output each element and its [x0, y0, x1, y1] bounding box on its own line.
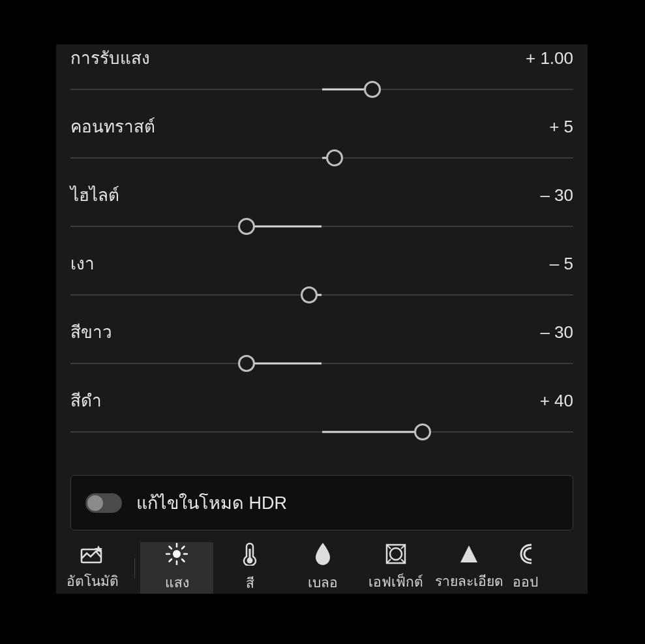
- slider-blacks-label: สีดำ: [70, 387, 102, 414]
- tab-detail-label: รายละเอียด: [435, 570, 503, 592]
- tab-detail[interactable]: รายละเอียด: [432, 542, 505, 594]
- slider-whites: สีขาว – 30: [70, 318, 573, 373]
- svg-line-6: [170, 547, 172, 549]
- slider-shadows: เงา – 5: [70, 250, 573, 304]
- lens-icon: [518, 544, 532, 564]
- tab-auto-label: อัตโนมัติ: [67, 570, 119, 592]
- slider-highlights-track[interactable]: [70, 217, 573, 236]
- slider-highlights-label: ไฮไลต์: [70, 181, 119, 208]
- svg-line-8: [170, 559, 172, 562]
- slider-shadows-label: เงา: [70, 250, 95, 277]
- slider-whites-value: – 30: [540, 322, 573, 343]
- tab-light-label: แสง: [165, 572, 189, 593]
- tab-optics-label: ออป: [513, 571, 538, 592]
- sliders-area: การรับแสง + 1.00 คอนทราสต์ + 5 ไฮไลต: [56, 44, 588, 455]
- slider-whites-track[interactable]: [70, 354, 573, 373]
- hdr-toggle[interactable]: [85, 493, 122, 513]
- tab-color[interactable]: สี: [213, 542, 286, 594]
- slider-exposure-label: การรับแสง: [70, 44, 150, 71]
- sun-icon: [166, 543, 188, 565]
- slider-highlights-thumb[interactable]: [238, 218, 255, 235]
- auto-icon: [80, 544, 105, 564]
- svg-point-1: [173, 550, 181, 558]
- slider-exposure: การรับแสง + 1.00: [70, 44, 573, 99]
- svg-line-9: [182, 547, 185, 549]
- tab-light[interactable]: แสง: [140, 542, 213, 594]
- slider-shadows-thumb[interactable]: [301, 286, 318, 303]
- slider-shadows-track[interactable]: [70, 286, 573, 304]
- slider-exposure-value: + 1.00: [526, 48, 573, 69]
- slider-blacks: สีดำ + 40: [70, 387, 573, 441]
- hdr-label: แก้ไขในโหมด HDR: [136, 489, 287, 517]
- slider-exposure-thumb[interactable]: [364, 81, 381, 98]
- tabbar-divider: [134, 558, 135, 578]
- tab-effects[interactable]: เอฟเฟ็กต์: [359, 542, 432, 594]
- slider-contrast: คอนทราสต์ + 5: [70, 113, 573, 167]
- light-adjustments-panel: การรับแสง + 1.00 คอนทราสต์ + 5 ไฮไลต: [56, 44, 588, 594]
- hdr-toggle-knob: [87, 495, 103, 511]
- slider-shadows-value: – 5: [550, 254, 573, 274]
- triangle-icon: [459, 544, 479, 564]
- slider-blacks-value: + 40: [540, 391, 573, 411]
- slider-highlights-value: – 30: [540, 185, 573, 206]
- slider-contrast-value: + 5: [549, 117, 573, 137]
- slider-contrast-thumb[interactable]: [326, 149, 343, 166]
- hdr-mode-box: แก้ไขในโหมด HDR: [70, 475, 573, 530]
- slider-contrast-track[interactable]: [70, 149, 573, 167]
- slider-highlights: ไฮไลต์ – 30: [70, 181, 573, 236]
- slider-blacks-track[interactable]: [70, 423, 573, 441]
- vignette-icon: [385, 544, 406, 564]
- drop-icon: [314, 543, 331, 565]
- tab-blur[interactable]: เบลอ: [286, 542, 359, 594]
- bottom-tabbar: อัตโนมัติ: [56, 542, 588, 594]
- thermometer-icon: [242, 542, 258, 566]
- slider-contrast-label: คอนทราสต์: [70, 113, 155, 140]
- tab-color-label: สี: [246, 572, 254, 594]
- slider-whites-label: สีขาว: [70, 318, 112, 345]
- tab-auto[interactable]: อัตโนมัติ: [56, 542, 129, 594]
- slider-exposure-track[interactable]: [70, 80, 573, 99]
- slider-whites-thumb[interactable]: [238, 355, 255, 372]
- tab-effects-label: เอฟเฟ็กต์: [368, 571, 423, 592]
- svg-line-7: [182, 559, 185, 562]
- svg-point-13: [390, 548, 402, 560]
- tab-blur-label: เบลอ: [308, 572, 338, 593]
- tab-optics[interactable]: ออป: [505, 542, 545, 594]
- svg-point-10: [247, 558, 253, 564]
- slider-blacks-thumb[interactable]: [414, 423, 431, 440]
